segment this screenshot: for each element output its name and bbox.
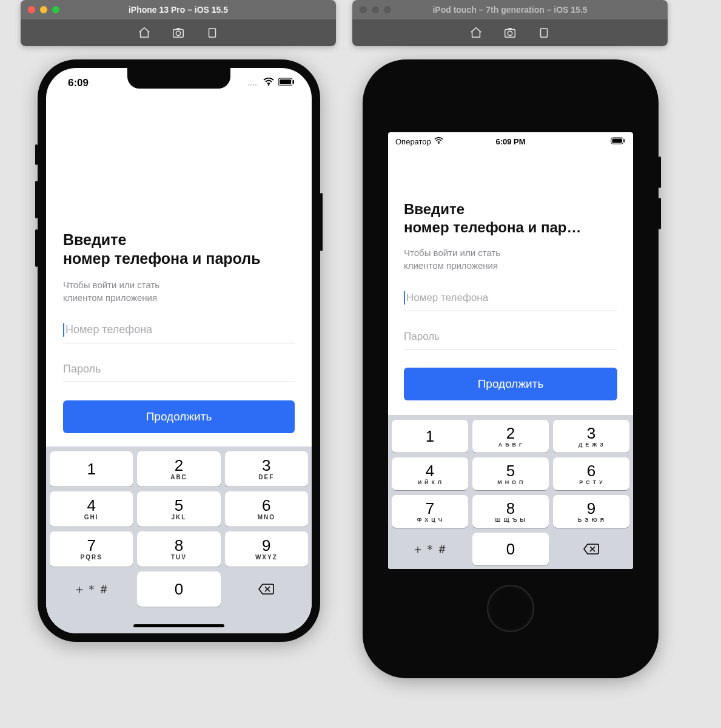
window-title: iPhone 13 Pro – iOS 15.5 [21, 5, 336, 15]
close-window-button[interactable] [360, 6, 367, 13]
volume-down-button[interactable] [35, 229, 38, 267]
window-traffic-lights [360, 6, 391, 13]
keypad-key-8[interactable]: 8TUV [137, 531, 220, 567]
power-button[interactable] [320, 193, 323, 251]
svg-point-4 [508, 31, 512, 35]
home-button[interactable] [487, 585, 534, 632]
continue-button[interactable]: Продолжить [404, 368, 617, 400]
keypad-key-1[interactable]: 1 [50, 451, 133, 487]
screenshot-icon[interactable] [171, 25, 186, 40]
simulator-toolbar [352, 19, 668, 46]
home-icon[interactable] [137, 25, 152, 40]
page-title: Введите номер телефона и пароль [63, 231, 295, 269]
simulator-toolbar [21, 19, 336, 46]
zoom-window-button[interactable] [52, 6, 59, 13]
device-screen: Оператор 6:09 PM Введите номер телефона … [388, 132, 633, 569]
window-traffic-lights [28, 6, 59, 13]
svg-rect-5 [541, 29, 548, 38]
keypad-key-9[interactable]: 9WXYZ [225, 531, 308, 567]
keypad-key-0[interactable]: 0 [472, 533, 549, 565]
keypad-key-4[interactable]: 4И Й К Л [392, 457, 468, 490]
cell-signal-icon [247, 77, 260, 89]
backspace-key[interactable] [553, 533, 629, 565]
keypad-key-2[interactable]: 2А Б В Г [472, 420, 549, 453]
svg-point-10 [268, 84, 270, 86]
page-title: Введите номер телефона и пар… [404, 200, 617, 237]
minimize-window-button[interactable] [40, 6, 47, 13]
svg-rect-12 [280, 79, 291, 84]
phone-field-container [63, 320, 295, 343]
svg-point-8 [253, 84, 254, 86]
keypad-key-1[interactable]: 1 [392, 420, 468, 453]
page-subtitle: Чтобы войти или стать клиентом приложени… [404, 246, 617, 272]
phone-input[interactable] [65, 323, 295, 336]
status-bar: Оператор 6:09 PM [388, 132, 633, 150]
rotate-icon[interactable] [205, 25, 220, 40]
backspace-key[interactable] [225, 571, 308, 607]
login-form: Введите номер телефона и пароль Чтобы во… [46, 231, 312, 433]
window-titlebar[interactable]: iPhone 13 Pro – iOS 15.5 [21, 0, 336, 19]
volume-down-button[interactable] [659, 198, 661, 229]
device-ipod-touch: Оператор 6:09 PM Введите номер телефона … [363, 59, 659, 678]
keypad-symbols-key[interactable]: ＋＊＃ [392, 533, 468, 565]
mute-switch[interactable] [35, 144, 38, 165]
status-time: 6:09 [68, 77, 89, 89]
phone-input[interactable] [406, 292, 617, 304]
keypad-key-2[interactable]: 2ABC [137, 451, 220, 487]
keypad-key-4[interactable]: 4GHI [50, 491, 133, 527]
keypad-key-8[interactable]: 8Ш Щ Ъ Ы [472, 495, 549, 528]
window-title: iPod touch – 7th generation – iOS 15.5 [352, 5, 668, 15]
keypad-key-3[interactable]: 3Д Е Ж З [553, 420, 629, 453]
svg-rect-13 [293, 80, 294, 84]
home-indicator[interactable] [133, 624, 224, 627]
keypad-key-7[interactable]: 7PQRS [50, 531, 133, 567]
password-input[interactable] [63, 363, 295, 376]
close-window-button[interactable] [28, 6, 35, 13]
simulator-window-left: iPhone 13 Pro – iOS 15.5 [21, 0, 336, 46]
volume-up-button[interactable] [35, 181, 38, 218]
svg-point-9 [255, 84, 257, 86]
device-iphone13pro: 6:09 Введите номер телефона и пароль Что… [38, 59, 320, 642]
svg-rect-0 [173, 30, 184, 38]
numeric-keypad: 12А Б В Г3Д Е Ж З4И Й К Л5М Н О П6Р С Т … [388, 415, 633, 569]
screenshot-icon[interactable] [503, 25, 517, 40]
keypad-key-6[interactable]: 6MNO [225, 491, 308, 527]
keypad-key-6[interactable]: 6Р С Т У [553, 457, 629, 490]
minimize-window-button[interactable] [372, 6, 379, 13]
svg-point-7 [250, 84, 252, 86]
password-field-container [404, 327, 617, 349]
keypad-key-3[interactable]: 3DEF [225, 451, 308, 487]
login-form: Введите номер телефона и пар… Чтобы войт… [388, 200, 633, 400]
continue-button[interactable]: Продолжить [63, 400, 295, 433]
password-field-container [63, 359, 295, 382]
keypad-key-0[interactable]: 0 [137, 571, 220, 607]
battery-icon [278, 77, 295, 89]
password-input[interactable] [404, 331, 617, 343]
home-icon[interactable] [469, 25, 483, 40]
rotate-icon[interactable] [537, 25, 551, 40]
display-notch [127, 68, 230, 89]
page-subtitle: Чтобы войти или стать клиентом приложени… [63, 278, 295, 304]
svg-rect-2 [209, 29, 216, 38]
wifi-icon [263, 77, 274, 89]
numeric-keypad: 12ABC3DEF4GHI5JKL6MNO7PQRS8TUV9WXYZ＋＊＃0 [46, 447, 312, 633]
keypad-key-5[interactable]: 5JKL [137, 491, 220, 527]
keypad-symbols-key[interactable]: ＋＊＃ [50, 571, 133, 607]
text-cursor [404, 291, 405, 305]
device-screen: 6:09 Введите номер телефона и пароль Что… [46, 68, 312, 633]
svg-point-6 [248, 84, 249, 86]
volume-up-button[interactable] [659, 157, 661, 188]
zoom-window-button[interactable] [384, 6, 391, 13]
simulator-window-right: iPod touch – 7th generation – iOS 15.5 [352, 0, 668, 46]
svg-point-1 [176, 31, 180, 35]
svg-rect-3 [505, 30, 515, 38]
window-titlebar[interactable]: iPod touch – 7th generation – iOS 15.5 [352, 0, 668, 19]
keypad-key-7[interactable]: 7Ф Х Ц Ч [392, 495, 468, 528]
text-cursor [63, 323, 64, 337]
status-time: 6:09 PM [388, 137, 633, 146]
phone-field-container [404, 288, 617, 311]
keypad-key-5[interactable]: 5М Н О П [472, 457, 549, 490]
keypad-key-9[interactable]: 9Ь Э Ю Я [553, 495, 629, 528]
